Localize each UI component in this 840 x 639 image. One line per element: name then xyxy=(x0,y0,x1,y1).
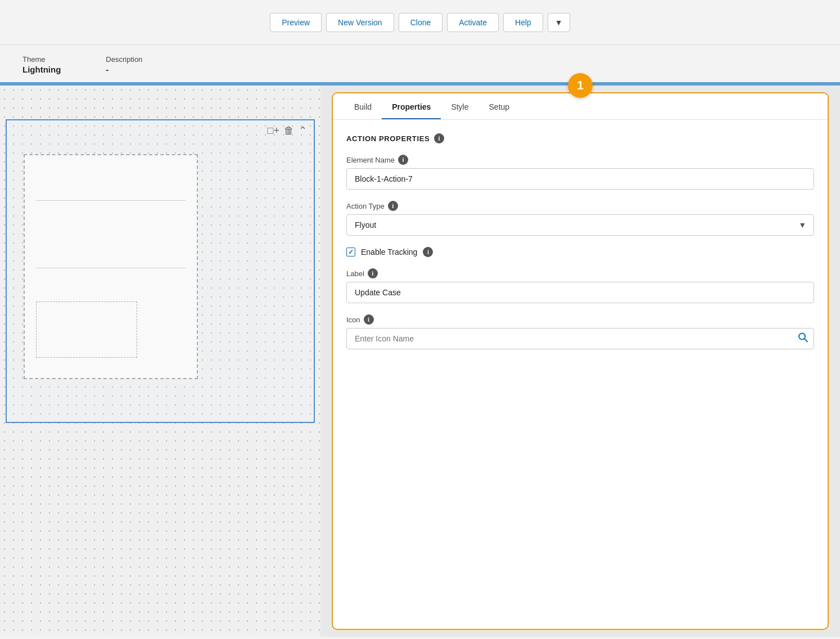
sub-block-line1 xyxy=(36,200,186,201)
section-info-icon[interactable]: i xyxy=(434,133,444,143)
step-badge: 1 xyxy=(568,73,593,98)
search-icon xyxy=(797,332,809,343)
collapse-block-icon[interactable]: ⌃ xyxy=(299,124,307,137)
action-properties-label: ACTION PROPERTIES xyxy=(346,134,430,143)
left-canvas: □+ 🗑 ⌃ xyxy=(0,86,320,637)
tab-style[interactable]: Style xyxy=(441,93,478,119)
action-type-select-wrapper: Flyout Link Button Modal ▼ xyxy=(346,214,814,236)
element-name-info-icon[interactable]: i xyxy=(398,155,408,165)
sub-block-line2 xyxy=(36,268,186,268)
icon-field-group: Icon i xyxy=(346,314,814,349)
sub-block xyxy=(24,154,198,379)
icon-label: Icon i xyxy=(346,314,814,325)
icon-input-wrapper xyxy=(346,328,814,349)
add-block-icon[interactable]: □+ xyxy=(268,125,279,137)
tab-setup[interactable]: Setup xyxy=(479,93,520,119)
icon-input[interactable] xyxy=(346,328,814,349)
action-type-field-group: Action Type i Flyout Link Button Modal ▼ xyxy=(346,201,814,236)
enable-tracking-checkbox[interactable]: ✓ xyxy=(346,248,355,256)
right-panel: 1 Build Properties Style Setup ACTION PR… xyxy=(320,86,840,637)
theme-label: Theme xyxy=(22,55,61,64)
activate-button[interactable]: Activate xyxy=(447,13,499,32)
panel-content: ACTION PROPERTIES i Element Name i Actio… xyxy=(333,120,828,629)
checkmark-icon: ✓ xyxy=(348,248,354,256)
action-type-info-icon[interactable]: i xyxy=(388,201,398,211)
element-name-input[interactable] xyxy=(346,168,814,190)
blue-block: □+ 🗑 ⌃ xyxy=(6,119,315,423)
action-type-label: Action Type i xyxy=(346,201,814,211)
svg-line-1 xyxy=(805,339,807,342)
toolbar-dropdown-button[interactable]: ▼ xyxy=(548,13,570,32)
top-toolbar: Preview New Version Clone Activate Help … xyxy=(0,0,840,45)
theme-info-bar: Theme Lightning Description - xyxy=(0,45,840,82)
canvas-dotted: □+ 🗑 ⌃ xyxy=(0,86,320,637)
element-name-label: Element Name i xyxy=(346,155,814,165)
enable-tracking-row: ✓ Enable Tracking i xyxy=(346,247,814,257)
description-label: Description xyxy=(106,55,142,64)
label-field-group: Label i xyxy=(346,268,814,303)
clone-button[interactable]: Clone xyxy=(399,13,443,32)
sub-block-inner-box xyxy=(36,302,137,358)
enable-tracking-label: Enable Tracking xyxy=(361,248,417,256)
theme-col: Theme Lightning xyxy=(22,55,61,74)
tab-properties[interactable]: Properties xyxy=(382,93,441,119)
action-type-select[interactable]: Flyout Link Button Modal xyxy=(346,214,814,236)
label-input[interactable] xyxy=(346,282,814,303)
new-version-button[interactable]: New Version xyxy=(326,13,394,32)
properties-card: Build Properties Style Setup ACTION PROP… xyxy=(332,92,829,630)
icon-info-icon[interactable]: i xyxy=(364,314,374,325)
help-button[interactable]: Help xyxy=(503,13,543,32)
label-field-info-icon[interactable]: i xyxy=(368,268,378,278)
description-col: Description - xyxy=(106,55,142,74)
theme-value: Lightning xyxy=(22,65,61,74)
label-field-label: Label i xyxy=(346,268,814,278)
element-name-field-group: Element Name i xyxy=(346,155,814,190)
block-toolbar: □+ 🗑 ⌃ xyxy=(261,120,314,141)
action-properties-title: ACTION PROPERTIES i xyxy=(346,133,814,143)
enable-tracking-info-icon[interactable]: i xyxy=(423,247,433,257)
preview-button[interactable]: Preview xyxy=(270,13,322,32)
icon-search-button[interactable] xyxy=(797,332,809,346)
tab-build[interactable]: Build xyxy=(344,93,382,119)
main-area: □+ 🗑 ⌃ 1 Build Properties Style xyxy=(0,86,840,637)
delete-block-icon[interactable]: 🗑 xyxy=(284,125,294,137)
description-value: - xyxy=(106,65,142,74)
